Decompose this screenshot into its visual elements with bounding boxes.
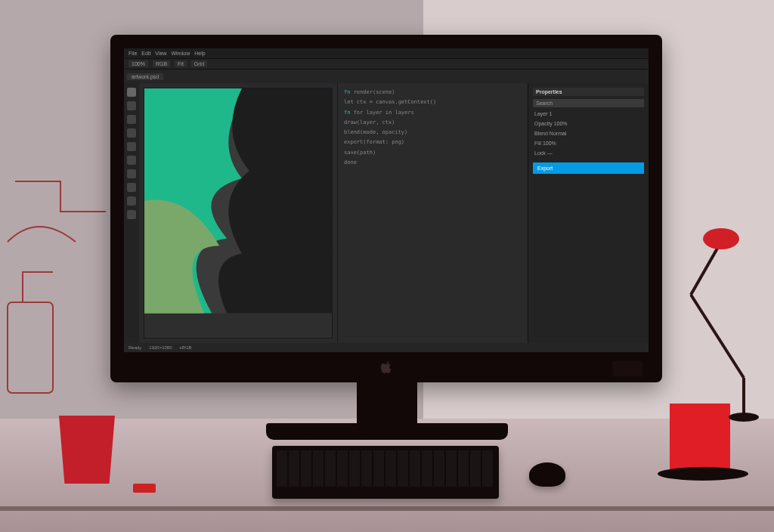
option-fit[interactable]: Fit [175, 60, 187, 67]
menu-window[interactable]: Window [171, 51, 190, 56]
menu-view[interactable]: View [155, 51, 166, 56]
code-line: save(path) [344, 148, 522, 158]
side-row[interactable]: Lock — [533, 150, 644, 156]
keyboard[interactable] [272, 446, 499, 499]
option-colormode[interactable]: RGB [153, 60, 170, 67]
option-grid[interactable]: Grid [191, 60, 207, 67]
apple-logo-icon [381, 361, 392, 373]
code-line: export(format: png) [344, 138, 522, 147]
options-bar: 100% RGB Fit Grid [124, 59, 649, 70]
status-bar: Ready 1920×1080 sRGB [124, 343, 649, 352]
svg-point-3 [729, 413, 759, 422]
tool-crop-icon[interactable] [127, 183, 136, 192]
file-tabs: artwork.psd [124, 70, 649, 83]
monitor-base [266, 423, 508, 440]
desk-edge [0, 506, 774, 511]
tool-select-icon[interactable] [127, 101, 136, 110]
tool-move-icon[interactable] [127, 88, 136, 97]
monitor-screen: File Edit View Window Help 100% RGB Fit … [124, 48, 649, 352]
tool-text-icon[interactable] [127, 142, 136, 151]
code-panel[interactable]: fn render(scene) let ctx = canvas.getCon… [337, 83, 528, 343]
canvas-artwork [144, 88, 332, 314]
menu-help[interactable]: Help [194, 51, 205, 56]
menu-edit[interactable]: Edit [141, 51, 150, 56]
file-tab[interactable]: artwork.psd [127, 73, 163, 80]
code-line: done [344, 158, 522, 168]
tool-shape-icon[interactable] [127, 156, 136, 165]
side-search-input[interactable]: Search [533, 99, 644, 107]
tool-eraser-icon[interactable] [127, 128, 136, 138]
code-line: let ctx = canvas.getContext() [344, 97, 522, 107]
editor-content: fn render(scene) let ctx = canvas.getCon… [139, 83, 649, 343]
mouse[interactable] [529, 462, 565, 487]
side-row[interactable]: Fill 100% [533, 140, 644, 147]
illustration-scene: File Edit View Window Help 100% RGB Fit … [0, 0, 774, 532]
red-cup-left [53, 408, 121, 484]
tool-hand-icon[interactable] [127, 196, 136, 206]
desk-lamp [668, 227, 759, 423]
tool-brush-icon[interactable] [127, 115, 136, 124]
svg-rect-0 [8, 302, 53, 393]
code-line: fn for layer in layers [344, 108, 522, 118]
monitor-power-button[interactable] [612, 361, 642, 376]
svg-point-2 [703, 228, 739, 249]
code-line: draw(layer, ctx) [344, 118, 522, 128]
side-row[interactable]: Blend Normal [533, 130, 644, 137]
status-colorspace: sRGB [180, 345, 192, 350]
export-button[interactable]: Export [533, 162, 644, 174]
menu-file[interactable]: File [128, 51, 137, 56]
status-text: Ready [128, 345, 141, 350]
monitor: File Edit View Window Help 100% RGB Fit … [110, 35, 662, 382]
tool-zoom-icon[interactable] [127, 210, 136, 219]
menu-bar: File Edit View Window Help [124, 48, 649, 59]
side-row[interactable]: Opacity 100% [533, 120, 644, 127]
tool-strip [124, 83, 139, 343]
status-dimensions: 1920×1080 [149, 345, 172, 350]
code-line: fn render(scene) [344, 88, 522, 97]
side-panel-header: Properties [533, 88, 644, 96]
usb-stick [133, 484, 156, 493]
side-row[interactable]: Layer 1 [533, 110, 644, 117]
option-zoom[interactable]: 100% [128, 60, 148, 67]
editor-main: fn render(scene) let ctx = canvas.getCon… [124, 83, 649, 343]
side-panel: Properties Search Layer 1 Opacity 100% B… [528, 83, 649, 343]
tool-eyedrop-icon[interactable] [127, 169, 136, 178]
canvas-panel[interactable] [144, 88, 333, 339]
editor-app: File Edit View Window Help 100% RGB Fit … [124, 48, 649, 352]
code-line: blend(mode, opacity) [344, 128, 522, 138]
